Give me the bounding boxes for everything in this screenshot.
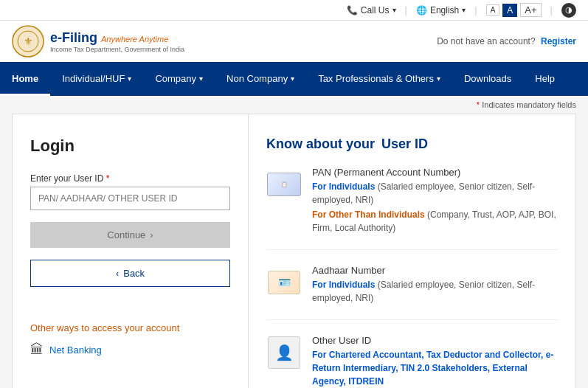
divider2: | — [474, 4, 477, 15]
logo-area: ⚜ e-Filing Anywhere Anytime Income Tax D… — [12, 25, 184, 58]
aadhaar-card-visual: 🪪 — [268, 271, 300, 294]
back-arrow-icon: ‹ — [116, 268, 119, 279]
divider1: | — [405, 4, 407, 15]
pan-card-visual: 📋 — [267, 173, 301, 196]
font-small-button[interactable]: A — [486, 4, 500, 15]
other-id-line1: For Chartered Accountant, Tax Deductor a… — [312, 348, 558, 388]
pan-line1: For Individuals (Salaried employee, Seni… — [312, 180, 558, 207]
aadhaar-title: Aadhaar Number — [312, 265, 558, 276]
nav-item-help[interactable]: Help — [523, 63, 567, 96]
call-chevron-icon: ▾ — [392, 6, 396, 14]
aadhaar-line1-bold: For Individuals — [312, 280, 375, 290]
know-aadhaar-item: 🪪 Aadhaar Number For Individuals (Salari… — [266, 265, 558, 320]
phone-icon: 📞 — [347, 5, 358, 15]
header-right: Do not have an account? Register — [437, 36, 576, 46]
mandatory-note: * Indicates mandatory fields — [0, 96, 588, 114]
know-other-item: 👤 Other User ID For Chartered Accountant… — [266, 335, 558, 388]
pan-icon: 📋 — [266, 167, 302, 202]
aadhaar-icon: 🪪 — [266, 265, 302, 300]
nav-bar: Home Individual/HUF ▾ Company ▾ Non Comp… — [0, 63, 588, 96]
nav-item-noncompany[interactable]: Non Company ▾ — [215, 63, 306, 96]
user-id-label: Enter your User ID * — [30, 173, 230, 184]
aadhaar-info: Aadhaar Number For Individuals (Salaried… — [312, 265, 558, 306]
know-title: Know about your User ID — [266, 136, 558, 152]
government-emblem-icon: ⚜ — [12, 25, 44, 58]
other-id-line1-bold: For Chartered Accountant, Tax Deductor a… — [312, 350, 553, 387]
globe-icon: 🌐 — [416, 5, 427, 15]
net-banking-item[interactable]: 🏛 Net Banking — [30, 342, 230, 358]
other-id-visual: 👤 — [268, 336, 300, 369]
language-selector[interactable]: 🌐 English ▾ — [416, 5, 466, 15]
other-id-info: Other User ID For Chartered Accountant, … — [312, 335, 558, 388]
logo-subtitle: Income Tax Department, Government of Ind… — [50, 46, 184, 53]
nav-item-individual[interactable]: Individual/HUF ▾ — [50, 63, 143, 96]
divider3: | — [550, 4, 553, 15]
svg-text:⚜: ⚜ — [24, 35, 33, 47]
register-link[interactable]: Register — [541, 36, 576, 46]
know-title-highlight: User ID — [381, 136, 428, 151]
nav-item-company[interactable]: Company ▾ — [143, 63, 215, 96]
individual-chevron-icon: ▾ — [128, 75, 131, 83]
pan-line2-bold: For Other Than Individuals — [312, 209, 425, 220]
pan-line2: For Other Than Individuals (Company, Tru… — [312, 208, 558, 235]
user-id-field-group: Enter your User ID * — [30, 173, 230, 210]
pan-title: PAN (Permanent Account Number) — [312, 167, 558, 178]
back-button[interactable]: ‹ Back — [30, 260, 230, 287]
logo-efiling: e-Filing Anywhere Anytime — [50, 30, 184, 46]
lang-chevron-icon: ▾ — [462, 6, 466, 14]
pan-line1-bold: For Individuals — [312, 181, 375, 192]
call-us-button[interactable]: 📞 Call Us ▾ — [347, 5, 396, 15]
bank-icon: 🏛 — [30, 342, 44, 358]
know-pan-item: 📋 PAN (Permanent Account Number) For Ind… — [266, 167, 558, 250]
font-large-button[interactable]: A+ — [520, 3, 541, 17]
font-medium-button[interactable]: A — [502, 4, 517, 17]
company-chevron-icon: ▾ — [199, 75, 203, 83]
required-star: * — [106, 173, 110, 184]
other-id-title: Other User ID — [312, 335, 558, 346]
other-id-icon: 👤 — [266, 335, 302, 370]
other-ways-section: Other ways to access your account 🏛 Net … — [30, 313, 230, 358]
logo-tagline: Anywhere Anytime — [101, 35, 168, 44]
header: ⚜ e-Filing Anywhere Anytime Income Tax D… — [0, 21, 588, 63]
nav-item-home[interactable]: Home — [0, 63, 50, 96]
user-id-input[interactable] — [30, 187, 230, 210]
top-bar: 📞 Call Us ▾ | 🌐 English ▾ | A A A+ | ◑ — [0, 0, 588, 21]
taxprofessionals-chevron-icon: ▾ — [437, 75, 440, 83]
login-panel: Login Enter your User ID * Continue › ‹ … — [13, 114, 249, 388]
noncompany-chevron-icon: ▾ — [291, 75, 294, 83]
continue-arrow-icon: › — [150, 229, 153, 240]
font-controls: A A A+ — [486, 3, 542, 17]
mandatory-star: * — [477, 100, 480, 109]
logo-text-area: e-Filing Anywhere Anytime Income Tax Dep… — [50, 30, 184, 53]
contrast-button[interactable]: ◑ — [561, 3, 576, 18]
main-content: Login Enter your User ID * Continue › ‹ … — [12, 114, 576, 388]
other-ways-title: Other ways to access your account — [30, 322, 230, 333]
top-bar-right: 📞 Call Us ▾ | 🌐 English ▾ | A A A+ | ◑ — [347, 3, 576, 18]
know-panel: Know about your User ID 📋 PAN (Permanent… — [249, 114, 575, 388]
continue-button[interactable]: Continue › — [30, 222, 230, 248]
pan-info: PAN (Permanent Account Number) For Indiv… — [312, 167, 558, 236]
aadhaar-line1: For Individuals (Salaried employee, Seni… — [312, 278, 558, 305]
nav-item-downloads[interactable]: Downloads — [452, 63, 523, 96]
login-title: Login — [30, 136, 230, 156]
contrast-icon: ◑ — [565, 5, 573, 15]
nav-item-taxprofessionals[interactable]: Tax Professionals & Others ▾ — [306, 63, 452, 96]
